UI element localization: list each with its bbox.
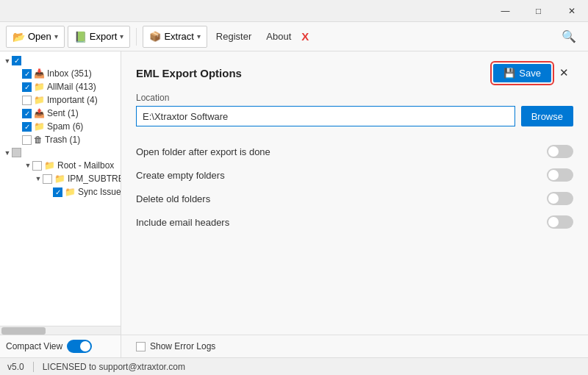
version-label: v5.0 [7,362,24,372]
open-dropdown-arrow: ▾ [54,32,58,40]
spam-label: Spam (6) [47,121,118,132]
sidebar-item-allmail[interactable]: ✓ 📁 AllMail (413) [0,80,121,93]
window-close-button[interactable]: ✕ [555,0,588,22]
error-logs-checkbox[interactable] [136,342,146,351]
trash-label: Trash (1) [45,135,118,145]
trash-checkbox[interactable] [22,135,32,145]
location-input[interactable] [136,106,515,126]
sidebar-item-important[interactable]: 📁 Important (4) [0,93,121,107]
sync-label: Sync Issues ( [78,187,121,197]
sent-label: Sent (1) [47,108,118,118]
register-button[interactable]: Register [210,31,257,42]
create-empty-toggle-knob [548,170,559,180]
ipm-expand-icon: ▼ [34,174,43,183]
maximize-button[interactable]: □ [522,0,555,22]
sidebar-root-item[interactable]: ▼ ✓ [0,54,121,67]
option-row-delete-old: Delete old folders [136,187,573,210]
open-folder-toggle[interactable] [547,145,573,158]
browse-button[interactable]: Browse [521,106,573,126]
minimize-button[interactable]: — [489,0,522,22]
root-expand-icon: ▼ [3,57,12,65]
trash-expand-icon [13,135,22,144]
option-row-create-empty: Create empty folders [136,163,573,187]
sidebar-scrollbar[interactable] [0,326,121,335]
export-label: Export [90,31,118,42]
panel-action-bar: 💾 Save ✕ [493,63,573,82]
option-label-open-folder: Open folder after export is done [136,146,270,157]
sidebar-item-sent[interactable]: ✓ 📤 Sent (1) [0,107,121,120]
extract-icon: 📦 [149,31,161,42]
root-mailbox-label: Root - Mailbox [57,160,118,171]
ipm-folder-icon: 📁 [54,174,65,184]
location-label: Location [136,93,573,103]
important-checkbox[interactable] [22,96,32,105]
error-logs-row: Show Error Logs [121,335,588,357]
level2-checkbox[interactable] [12,148,21,157]
inbox-expand-icon [13,69,22,78]
open-folder-toggle-knob [548,146,559,157]
root-mailbox-expand-icon: ▼ [24,161,32,170]
ipm-label: IPM_SUBTREE [68,174,121,184]
error-logs-label: Show Error Logs [150,341,215,351]
save-icon: 💾 [503,68,515,79]
title-bar: — □ ✕ [0,0,588,22]
spam-folder-icon: 📁 [34,121,45,132]
important-label: Important (4) [47,95,118,105]
sync-expand-icon [44,188,53,196]
sidebar-item-spam[interactable]: ✓ 📁 Spam (6) [0,120,121,133]
toolbar: 📂 Open ▾ 📗 Export ▾ 📦 Extract ▾ Register… [0,22,588,51]
status-bar: v5.0 LICENSED to support@xtraxtor.com [0,357,588,375]
export-panel-header: EML Export Options 💾 Save ✕ [136,63,573,82]
delete-old-toggle-knob [548,193,559,204]
allmail-checkbox[interactable]: ✓ [22,82,32,92]
extract-dropdown-arrow: ▾ [197,32,201,40]
export-icon: 📗 [74,31,87,43]
inbox-folder-icon: 📥 [34,68,45,79]
compact-view-label: Compact View [6,341,62,351]
root-mailbox-folder-icon: 📁 [44,160,55,171]
location-row: Browse [136,106,573,126]
inbox-checkbox[interactable]: ✓ [22,69,32,79]
license-label: LICENSED to support@xtraxtor.com [43,362,185,372]
sidebar-bottom: Compact View [0,335,121,357]
sidebar-item-ipm-subtree[interactable]: ▼ 📁 IPM_SUBTREE [0,172,121,185]
scrollbar-thumb [1,327,46,335]
allmail-folder-icon: 📁 [34,82,45,92]
option-label-create-empty: Create empty folders [136,170,225,181]
option-row-open-folder: Open folder after export is done [136,140,573,163]
delete-old-toggle[interactable] [547,192,573,205]
close-panel-button[interactable]: ✕ [554,63,573,82]
save-button[interactable]: 💾 Save [493,64,551,82]
open-button[interactable]: 📂 Open ▾ [6,26,65,48]
sidebar-item-root-mailbox[interactable]: ▼ 📁 Root - Mailbox [0,159,121,172]
sidebar-level2-item[interactable]: ▼ [0,146,121,159]
sidebar-item-inbox[interactable]: ✓ 📥 Inbox (351) [0,67,121,80]
spam-expand-icon [13,122,22,131]
root-mailbox-checkbox[interactable] [32,161,42,171]
root-checkbox[interactable]: ✓ [12,56,21,65]
sidebar-item-sync-issues[interactable]: ✓ 📁 Sync Issues ( [0,185,121,199]
content-panel: EML Export Options 💾 Save ✕ Location Bro… [121,51,588,357]
ipm-checkbox[interactable] [43,174,52,184]
sidebar: ▼ ✓ ✓ 📥 Inbox (351) ✓ 📁 AllMail (413) [0,51,121,357]
allmail-label: AllMail (413) [47,82,118,92]
email-headers-toggle[interactable] [547,215,573,229]
compact-view-toggle[interactable] [67,340,92,353]
sent-expand-icon [13,109,22,118]
export-button[interactable]: 📗 Export ▾ [68,26,131,48]
x-logo: X [301,30,309,43]
export-dropdown-arrow: ▾ [120,32,123,40]
sidebar-item-trash[interactable]: 🗑 Trash (1) [0,133,121,146]
about-button[interactable]: About [260,31,297,42]
sidebar-tree: ▼ ✓ ✓ 📥 Inbox (351) ✓ 📁 AllMail (413) [0,51,121,326]
option-row-email-headers: Include email headers [136,210,573,234]
sync-checkbox[interactable]: ✓ [53,188,62,197]
sent-checkbox[interactable]: ✓ [22,109,32,118]
create-empty-toggle[interactable] [547,168,573,182]
search-button[interactable]: 🔍 [556,26,582,46]
export-panel-title: EML Export Options [136,67,242,79]
status-divider [33,362,34,372]
option-label-delete-old: Delete old folders [136,193,210,204]
spam-checkbox[interactable]: ✓ [22,122,32,132]
extract-button[interactable]: 📦 Extract ▾ [143,26,207,48]
